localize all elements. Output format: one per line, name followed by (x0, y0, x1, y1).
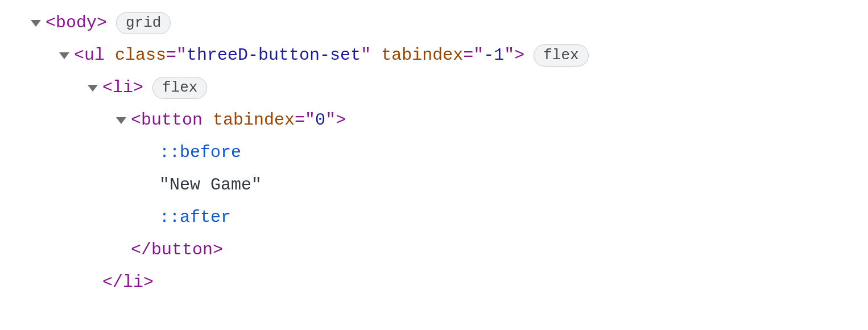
dom-tree[interactable]: <body> grid <ul class="threeD-button-set… (0, 0, 868, 299)
close-quote: " (361, 39, 371, 72)
tree-row-li-close[interactable]: </li> (31, 266, 868, 299)
pseudo-before: ::before (159, 137, 241, 169)
attr-class: class (115, 39, 166, 72)
close-quote: " (325, 104, 336, 137)
layout-badge-grid[interactable]: grid (116, 12, 171, 35)
equals-quote: =" (463, 39, 483, 72)
tree-row-pseudo-before[interactable]: ::before (31, 137, 868, 169)
layout-badge-flex[interactable]: flex (534, 44, 588, 67)
expand-toggle-icon[interactable] (88, 85, 98, 92)
equals-quote: =" (295, 104, 315, 137)
expand-toggle-icon[interactable] (59, 52, 69, 59)
tree-row-text-node[interactable]: "New Game" (31, 169, 868, 201)
tag-close-bracket: > (514, 39, 524, 72)
equals-quote: =" (166, 39, 187, 72)
attr-tabindex-value: -1 (483, 39, 504, 72)
tag-button-close: </button> (131, 234, 223, 266)
tag-li-close: </li> (102, 266, 154, 299)
attr-class-value: threeD-button-set (187, 39, 361, 72)
tree-row-button[interactable]: <button tabindex="0"> (31, 104, 868, 137)
attr-tabindex-value: 0 (315, 104, 325, 137)
pseudo-after: ::after (159, 201, 231, 234)
tag-open-bracket: < (74, 39, 84, 72)
close-quote: " (504, 39, 514, 72)
tag-button: button (141, 104, 202, 137)
tag-ul: ul (84, 39, 105, 72)
layout-badge-flex[interactable]: flex (152, 77, 207, 100)
attr-tabindex: tabindex (381, 39, 463, 72)
tree-row-li[interactable]: <li> flex (31, 72, 868, 104)
tree-row-ul[interactable]: <ul class="threeD-button-set" tabindex="… (31, 39, 868, 72)
attr-tabindex: tabindex (213, 104, 295, 137)
tree-row-button-close[interactable]: </button> (31, 234, 868, 266)
expand-toggle-icon[interactable] (116, 117, 126, 124)
tag-open-bracket: < (131, 104, 141, 137)
tree-row-pseudo-after[interactable]: ::after (31, 201, 868, 234)
expand-toggle-icon[interactable] (31, 20, 41, 27)
tree-row-body[interactable]: <body> grid (31, 7, 868, 39)
tag-close-bracket: > (336, 104, 346, 137)
text-node: "New Game" (159, 169, 262, 201)
tag-li: <li> (102, 72, 143, 104)
tag-body: <body> (46, 7, 107, 39)
